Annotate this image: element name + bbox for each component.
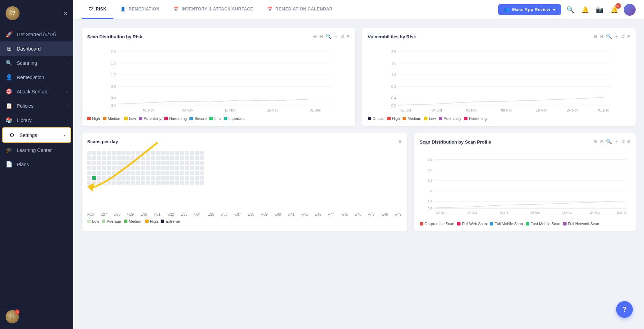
scans-per-day-legend: Low Average Medium High Extreme [87, 219, 402, 223]
tab-calendar[interactable]: 📅 Remediation Calendar [260, 0, 339, 19]
review-chevron-icon: ▾ [553, 7, 555, 12]
zoom-out-icon-2[interactable]: ⊖ [600, 33, 604, 40]
heatmap-cell [160, 181, 165, 185]
zoom-icon[interactable]: 🔍 [325, 33, 331, 40]
heatmap-cell [146, 151, 150, 155]
tab-remediation[interactable]: 👤 Remediation [113, 0, 166, 19]
sidebar-user-avatar[interactable]: 🛡 1 [6, 310, 19, 323]
sidebar-item-remediation[interactable]: 👤 Remediation [0, 70, 73, 84]
heatmap-cell [92, 151, 96, 155]
heatmap-cell [175, 161, 179, 165]
reset-icon-4[interactable]: ↺ [621, 139, 625, 145]
sidebar-close-button[interactable]: ✕ [63, 10, 68, 17]
sidebar-item-policies[interactable]: 📋 Policies › [0, 99, 73, 113]
sidebar-item-library[interactable]: 📚 Library › [0, 113, 73, 127]
heatmap-cell [121, 171, 126, 175]
chevron-icon: › [63, 133, 65, 137]
zoom-out-icon[interactable]: ⊖ [319, 33, 323, 40]
zoom-in-icon-2[interactable]: ⊕ [593, 33, 598, 40]
app-logo[interactable]: 🛡 [6, 6, 20, 20]
svg-text:0.8: 0.8 [427, 189, 432, 193]
reset-icon[interactable]: ↺ [340, 33, 345, 40]
heatmap-cell [87, 166, 91, 170]
zoom-out-icon-4[interactable]: ⊖ [600, 139, 604, 145]
scan-distribution-profile-legend: On-premise Scan Full Web Scan Full Mobil… [420, 222, 630, 226]
sidebar-item-get-started[interactable]: 🚀 Get Started (5/13) [0, 27, 73, 41]
sidebar-item-learning-center[interactable]: 🎓 Learning Center [0, 143, 73, 157]
heatmap-cell [97, 156, 101, 160]
heatmap-cell [87, 156, 91, 160]
menu-icon-2[interactable]: ≡ [627, 33, 630, 40]
svg-text:01 Dec: 01 Dec [310, 108, 321, 112]
plus-icon[interactable]: ＋ [334, 33, 338, 40]
menu-icon-4[interactable]: ≡ [627, 139, 630, 145]
heatmap-cell [121, 151, 126, 155]
camera-button[interactable]: 📷 [594, 5, 605, 15]
attack-surface-label: Attack Surface [17, 89, 48, 94]
heatmap-cell [112, 181, 116, 185]
scans-per-day-x-labels: w26w27w28 w29w30w31 w32w33w34 w35w36w37 … [87, 213, 402, 216]
mass-app-review-button[interactable]: 👥 Mass App Review ▾ [498, 4, 561, 15]
heatmap-cell [165, 156, 170, 160]
sidebar-item-dashboard[interactable]: ⊞ Dashboard [0, 41, 73, 56]
svg-text:0.0: 0.0 [427, 207, 432, 210]
vulnerabilities-risk-chart: 0.0 0.4 0.8 1.2 1.6 2.0 16 Oct 24 Oct 01… [368, 44, 630, 114]
reset-icon-2[interactable]: ↺ [621, 33, 625, 40]
heatmap-cell [185, 161, 189, 165]
heatmap-cell [102, 176, 106, 180]
remediation-icon: 👤 [6, 74, 13, 81]
tab-risk[interactable]: 🛡 Risk [82, 0, 113, 19]
heatmap-cell [141, 171, 145, 175]
heatmap-cell [190, 161, 194, 165]
heatmap-cell [97, 161, 101, 165]
search-button[interactable]: 🔍 [565, 5, 576, 15]
main-content: 🛡 Risk 👤 Remediation 📅 Inventory & Attac… [73, 0, 644, 329]
zoom-in-icon-4[interactable]: ⊕ [593, 139, 598, 145]
heatmap-cell [121, 181, 126, 185]
plus-icon-2[interactable]: ＋ [614, 33, 619, 40]
sidebar-logo-area: 🛡 ✕ [0, 0, 73, 26]
heatmap-cell [175, 176, 179, 180]
heatmap-row [87, 171, 402, 175]
heatmap-cell [141, 161, 145, 165]
heatmap-cell [165, 151, 170, 155]
svg-text:2.0: 2.0 [391, 50, 396, 54]
heatmap-cell [195, 161, 199, 165]
menu-icon-3[interactable]: ≡ [398, 139, 401, 144]
help-button[interactable]: ? [616, 301, 633, 318]
heatmap-cell [107, 151, 111, 155]
svg-text:24 Oct: 24 Oct [432, 108, 442, 112]
legend-heatmap-high: High [145, 219, 158, 223]
zoom-icon-2[interactable]: 🔍 [606, 33, 612, 40]
topbar-user-avatar[interactable] [624, 4, 636, 16]
sidebar-navigation: 🚀 Get Started (5/13) ⊞ Dashboard 🔍 Scann… [0, 26, 73, 306]
heatmap-cell [117, 151, 121, 155]
plus-icon-4[interactable]: ＋ [614, 139, 619, 145]
heatmap-cell [102, 161, 106, 165]
svg-text:0.8: 0.8 [391, 85, 396, 89]
legend-secure: Secure [189, 116, 207, 121]
heatmap-cell [170, 176, 174, 180]
library-label: Library [17, 117, 32, 123]
sidebar-item-scanning[interactable]: 🔍 Scanning › [0, 56, 73, 70]
heatmap-cell [160, 156, 165, 160]
notification-area[interactable]: 🔔 91 [609, 5, 620, 15]
zoom-in-icon[interactable]: ⊕ [313, 33, 317, 40]
heatmap-cell [175, 171, 179, 175]
chevron-icon: › [66, 104, 68, 108]
menu-icon[interactable]: ≡ [347, 33, 350, 40]
alerts-button[interactable]: 🔔 [580, 5, 590, 15]
heatmap-cell [102, 151, 106, 155]
heatmap-cell [131, 181, 135, 185]
heatmap-cell [185, 156, 189, 160]
tab-inventory[interactable]: 📅 Inventory & Attack Surface [166, 0, 260, 19]
heatmap-cell [151, 156, 155, 160]
zoom-icon-4[interactable]: 🔍 [606, 139, 612, 145]
heatmap-cell [185, 171, 189, 175]
sidebar-item-settings[interactable]: ⚙ Settings › [2, 127, 71, 143]
heatmap-cell [180, 181, 184, 185]
sidebar-item-attack-surface[interactable]: 🎯 Attack Surface › [0, 84, 73, 99]
sidebar-item-plans[interactable]: 📄 Plans [0, 157, 73, 171]
heatmap-cell [121, 156, 126, 160]
heatmap-cell [107, 176, 111, 180]
